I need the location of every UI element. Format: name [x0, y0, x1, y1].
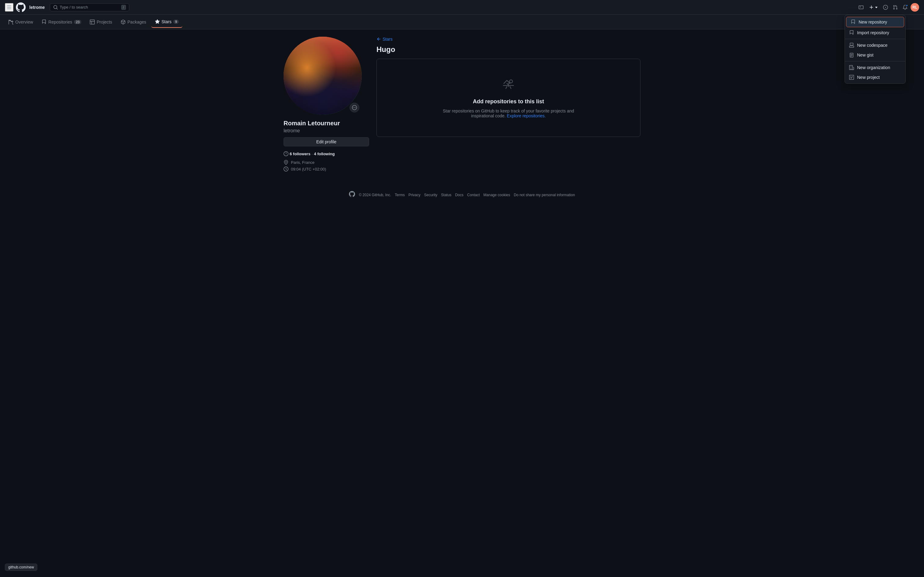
- main-content: Stars Hugo Add repositories to this list…: [377, 37, 641, 171]
- nav-username[interactable]: letrome: [29, 5, 45, 10]
- new-organization-label: New organization: [857, 65, 890, 70]
- profile-nav: Overview Repositories 23 Projects Packag…: [0, 15, 924, 29]
- repositories-badge: 23: [74, 20, 81, 24]
- issues-button[interactable]: [881, 3, 890, 11]
- footer-manage-cookies[interactable]: Manage cookies: [483, 193, 510, 197]
- dropdown-new-codespace[interactable]: New codespace: [845, 40, 905, 50]
- dropdown-menu: New repository Import repository New cod…: [845, 15, 906, 84]
- create-new-button[interactable]: [866, 3, 880, 11]
- nav-overview[interactable]: Overview: [5, 16, 37, 27]
- new-codespace-label: New codespace: [857, 43, 888, 48]
- nav-packages-label: Packages: [127, 19, 146, 24]
- new-project-label: New project: [857, 75, 880, 80]
- time-item: 09:04 (UTC +02:00): [283, 166, 369, 171]
- notification-dot: [906, 4, 908, 7]
- organization-icon: [849, 65, 854, 70]
- command-palette-button[interactable]: [857, 3, 865, 11]
- nav-stars[interactable]: Stars 9: [151, 16, 183, 28]
- codespace-icon: [849, 43, 854, 48]
- main-nav: letrome Type / to search /: [0, 0, 924, 15]
- search-placeholder: Type / to search: [60, 5, 88, 10]
- location-icon: [283, 160, 288, 165]
- repo-icon: [851, 19, 856, 24]
- footer-privacy[interactable]: Privacy: [409, 193, 420, 197]
- new-repository-label: New repository: [859, 19, 887, 24]
- search-bar[interactable]: Type / to search /: [50, 3, 129, 11]
- stars-empty-desc: Star repositories on GitHub to keep trac…: [432, 108, 585, 118]
- location-text: Paris, France: [291, 160, 314, 165]
- dropdown-new-organization[interactable]: New organization: [845, 63, 905, 73]
- back-link[interactable]: Stars: [377, 37, 393, 42]
- clock-icon: [283, 166, 288, 171]
- edit-profile-button[interactable]: Edit profile: [283, 137, 369, 147]
- footer-copyright: © 2024 GitHub, Inc.: [359, 193, 391, 197]
- nav-overview-label: Overview: [15, 19, 33, 24]
- github-logo[interactable]: [16, 2, 26, 12]
- import-repo-icon: [849, 30, 854, 35]
- followers-link[interactable]: 6 followers: [290, 152, 311, 156]
- chevron-down-icon: [874, 5, 877, 10]
- following-link[interactable]: 4 following: [314, 152, 335, 156]
- nav-stars-label: Stars: [162, 19, 172, 24]
- profile-name: Romain Letourneur: [283, 120, 369, 127]
- notifications-button[interactable]: [901, 3, 910, 11]
- avatar[interactable]: RL: [911, 3, 919, 11]
- stars-header: Stars: [377, 37, 641, 42]
- nav-icons: RL: [857, 3, 919, 11]
- explore-repositories-link[interactable]: Explore repositories.: [507, 113, 546, 118]
- stars-title: Hugo: [377, 45, 641, 54]
- pull-requests-button[interactable]: [891, 3, 900, 11]
- divider-1: [845, 39, 905, 39]
- stars-badge: 9: [173, 19, 179, 24]
- telescope-icon: [502, 77, 515, 92]
- url-bar: github.com/new: [5, 564, 37, 571]
- nav-repositories[interactable]: Repositories 23: [38, 16, 85, 27]
- nav-projects-label: Projects: [97, 19, 112, 24]
- project-icon: [849, 75, 854, 80]
- stars-empty-state: Add repositories to this list Star repos…: [377, 59, 641, 137]
- profile-stats: 6 followers · 4 following: [283, 151, 369, 156]
- main-layout: Romain Letourneur letrome Edit profile 6…: [278, 29, 646, 179]
- footer-terms[interactable]: Terms: [395, 193, 405, 197]
- edit-avatar-button[interactable]: [349, 103, 359, 113]
- nav-repositories-label: Repositories: [48, 19, 72, 24]
- import-repository-label: Import repository: [857, 30, 889, 35]
- profile-avatar: [283, 37, 362, 115]
- nav-projects[interactable]: Projects: [86, 16, 116, 27]
- profile-username: letrome: [283, 128, 369, 134]
- dropdown-new-repository[interactable]: New repository: [846, 17, 904, 27]
- stars-empty-title: Add repositories to this list: [473, 98, 544, 105]
- footer-status[interactable]: Status: [441, 193, 451, 197]
- footer-security[interactable]: Security: [424, 193, 437, 197]
- footer-github-logo: [349, 191, 355, 199]
- footer-do-not-share[interactable]: Do not share my personal information: [514, 193, 575, 197]
- dropdown-new-gist[interactable]: New gist: [845, 50, 905, 60]
- time-text: 09:04 (UTC +02:00): [291, 167, 326, 171]
- hamburger-button[interactable]: [5, 3, 13, 11]
- location-item: Paris, France: [283, 160, 369, 165]
- svg-point-0: [509, 80, 512, 83]
- footer-contact[interactable]: Contact: [467, 193, 480, 197]
- search-slash: /: [121, 5, 126, 10]
- divider-2: [845, 61, 905, 61]
- dropdown-import-repository[interactable]: Import repository: [845, 28, 905, 38]
- dropdown-new-project[interactable]: New project: [845, 73, 905, 82]
- nav-packages[interactable]: Packages: [117, 16, 150, 27]
- footer: © 2024 GitHub, Inc. Terms Privacy Securi…: [0, 179, 924, 217]
- profile-meta: Paris, France 09:04 (UTC +02:00): [283, 160, 369, 171]
- back-label: Stars: [383, 37, 393, 42]
- sidebar: Romain Letourneur letrome Edit profile 6…: [283, 37, 369, 171]
- footer-docs[interactable]: Docs: [455, 193, 463, 197]
- avatar-container: [283, 37, 362, 115]
- gist-icon: [849, 53, 854, 58]
- new-gist-label: New gist: [857, 53, 874, 58]
